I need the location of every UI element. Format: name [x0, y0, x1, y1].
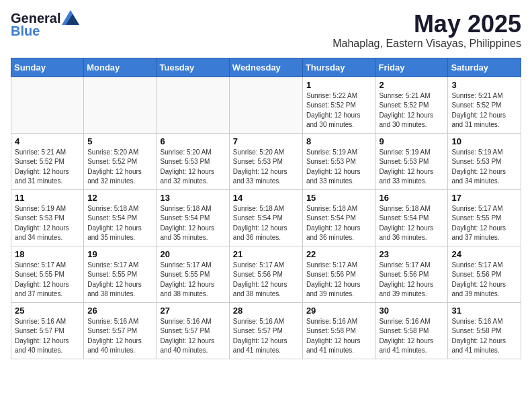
calendar-cell: 12Sunrise: 5:18 AM Sunset: 5:54 PM Dayli…	[84, 189, 157, 246]
day-number: 29	[306, 306, 372, 316]
weekday-header-thursday: Thursday	[302, 58, 375, 77]
day-info: Sunrise: 5:17 AM Sunset: 5:55 PM Dayligh…	[451, 204, 517, 243]
day-info: Sunrise: 5:16 AM Sunset: 5:57 PM Dayligh…	[160, 317, 225, 356]
logo: General Blue	[11, 11, 79, 39]
day-number: 27	[160, 306, 225, 316]
calendar-cell: 25Sunrise: 5:16 AM Sunset: 5:57 PM Dayli…	[11, 302, 84, 359]
day-number: 17	[451, 193, 517, 203]
day-info: Sunrise: 5:18 AM Sunset: 5:54 PM Dayligh…	[306, 204, 372, 243]
day-info: Sunrise: 5:20 AM Sunset: 5:53 PM Dayligh…	[233, 148, 299, 187]
logo-icon	[62, 10, 79, 25]
calendar-cell: 21Sunrise: 5:17 AM Sunset: 5:56 PM Dayli…	[229, 246, 302, 302]
calendar-cell: 19Sunrise: 5:17 AM Sunset: 5:55 PM Dayli…	[84, 246, 157, 302]
day-info: Sunrise: 5:17 AM Sunset: 5:55 PM Dayligh…	[160, 261, 225, 300]
day-info: Sunrise: 5:19 AM Sunset: 5:53 PM Dayligh…	[15, 204, 80, 243]
day-number: 31	[451, 306, 517, 316]
calendar-cell: 20Sunrise: 5:17 AM Sunset: 5:55 PM Dayli…	[157, 246, 229, 302]
calendar-cell: 15Sunrise: 5:18 AM Sunset: 5:54 PM Dayli…	[302, 189, 375, 246]
day-number: 11	[15, 193, 80, 203]
calendar-cell: 29Sunrise: 5:16 AM Sunset: 5:58 PM Dayli…	[302, 302, 375, 359]
day-number: 6	[160, 136, 225, 146]
day-info: Sunrise: 5:20 AM Sunset: 5:52 PM Dayligh…	[87, 148, 152, 187]
day-info: Sunrise: 5:20 AM Sunset: 5:53 PM Dayligh…	[160, 148, 225, 187]
day-number: 16	[379, 193, 444, 203]
day-number: 1	[306, 80, 372, 90]
calendar-cell	[229, 77, 302, 133]
day-info: Sunrise: 5:16 AM Sunset: 5:57 PM Dayligh…	[233, 317, 299, 356]
title-area: May 2025 Mahaplag, Eastern Visayas, Phil…	[332, 11, 521, 50]
day-number: 21	[233, 249, 299, 259]
logo-blue-text: Blue	[11, 24, 40, 39]
calendar-week-row: 18Sunrise: 5:17 AM Sunset: 5:55 PM Dayli…	[11, 246, 521, 302]
calendar-cell: 27Sunrise: 5:16 AM Sunset: 5:57 PM Dayli…	[157, 302, 229, 359]
calendar-cell: 24Sunrise: 5:17 AM Sunset: 5:56 PM Dayli…	[448, 246, 521, 302]
calendar-cell: 2Sunrise: 5:21 AM Sunset: 5:52 PM Daylig…	[375, 77, 448, 133]
calendar-cell: 18Sunrise: 5:17 AM Sunset: 5:55 PM Dayli…	[11, 246, 84, 302]
day-info: Sunrise: 5:18 AM Sunset: 5:54 PM Dayligh…	[233, 204, 299, 243]
day-number: 8	[306, 136, 372, 146]
calendar-cell: 9Sunrise: 5:19 AM Sunset: 5:53 PM Daylig…	[375, 133, 448, 189]
day-info: Sunrise: 5:17 AM Sunset: 5:56 PM Dayligh…	[306, 261, 372, 300]
day-info: Sunrise: 5:18 AM Sunset: 5:54 PM Dayligh…	[87, 204, 152, 243]
calendar-cell: 16Sunrise: 5:18 AM Sunset: 5:54 PM Dayli…	[375, 189, 448, 246]
page-header: General Blue May 2025 Mahaplag, Eastern …	[11, 11, 521, 50]
calendar-week-row: 25Sunrise: 5:16 AM Sunset: 5:57 PM Dayli…	[11, 302, 521, 359]
location-title: Mahaplag, Eastern Visayas, Philippines	[332, 38, 521, 50]
weekday-header-monday: Monday	[84, 58, 157, 77]
day-number: 9	[379, 136, 444, 146]
day-number: 13	[160, 193, 225, 203]
calendar-week-row: 4Sunrise: 5:21 AM Sunset: 5:52 PM Daylig…	[11, 133, 521, 189]
day-number: 3	[451, 80, 517, 90]
day-number: 10	[451, 136, 517, 146]
calendar-cell: 17Sunrise: 5:17 AM Sunset: 5:55 PM Dayli…	[448, 189, 521, 246]
day-number: 30	[379, 306, 444, 316]
calendar-cell: 14Sunrise: 5:18 AM Sunset: 5:54 PM Dayli…	[229, 189, 302, 246]
calendar-cell: 8Sunrise: 5:19 AM Sunset: 5:53 PM Daylig…	[302, 133, 375, 189]
day-number: 4	[15, 136, 80, 146]
day-number: 25	[15, 306, 80, 316]
day-number: 20	[160, 249, 225, 259]
day-info: Sunrise: 5:21 AM Sunset: 5:52 PM Dayligh…	[15, 148, 80, 187]
day-info: Sunrise: 5:17 AM Sunset: 5:55 PM Dayligh…	[15, 261, 80, 300]
day-info: Sunrise: 5:18 AM Sunset: 5:54 PM Dayligh…	[160, 204, 225, 243]
day-info: Sunrise: 5:21 AM Sunset: 5:52 PM Dayligh…	[451, 91, 517, 130]
day-info: Sunrise: 5:17 AM Sunset: 5:56 PM Dayligh…	[379, 261, 444, 300]
calendar-cell	[157, 77, 229, 133]
day-info: Sunrise: 5:16 AM Sunset: 5:57 PM Dayligh…	[15, 317, 80, 356]
day-number: 14	[233, 193, 299, 203]
calendar-cell: 23Sunrise: 5:17 AM Sunset: 5:56 PM Dayli…	[375, 246, 448, 302]
weekday-header-wednesday: Wednesday	[229, 58, 302, 77]
calendar-cell: 28Sunrise: 5:16 AM Sunset: 5:57 PM Dayli…	[229, 302, 302, 359]
calendar-table: SundayMondayTuesdayWednesdayThursdayFrid…	[11, 58, 521, 359]
day-info: Sunrise: 5:17 AM Sunset: 5:56 PM Dayligh…	[451, 261, 517, 300]
calendar-cell: 3Sunrise: 5:21 AM Sunset: 5:52 PM Daylig…	[448, 77, 521, 133]
day-info: Sunrise: 5:21 AM Sunset: 5:52 PM Dayligh…	[379, 91, 444, 130]
day-number: 7	[233, 136, 299, 146]
weekday-header-saturday: Saturday	[448, 58, 521, 77]
day-info: Sunrise: 5:19 AM Sunset: 5:53 PM Dayligh…	[379, 148, 444, 187]
weekday-header-tuesday: Tuesday	[157, 58, 229, 77]
calendar-cell: 6Sunrise: 5:20 AM Sunset: 5:53 PM Daylig…	[157, 133, 229, 189]
day-number: 12	[87, 193, 152, 203]
day-info: Sunrise: 5:16 AM Sunset: 5:58 PM Dayligh…	[379, 317, 444, 356]
calendar-cell: 5Sunrise: 5:20 AM Sunset: 5:52 PM Daylig…	[84, 133, 157, 189]
day-number: 5	[87, 136, 152, 146]
calendar-cell: 10Sunrise: 5:19 AM Sunset: 5:53 PM Dayli…	[448, 133, 521, 189]
calendar-cell: 31Sunrise: 5:16 AM Sunset: 5:58 PM Dayli…	[448, 302, 521, 359]
day-info: Sunrise: 5:17 AM Sunset: 5:55 PM Dayligh…	[87, 261, 152, 300]
day-number: 18	[15, 249, 80, 259]
day-number: 15	[306, 193, 372, 203]
day-number: 19	[87, 249, 152, 259]
calendar-week-row: 1Sunrise: 5:22 AM Sunset: 5:52 PM Daylig…	[11, 77, 521, 133]
calendar-cell: 26Sunrise: 5:16 AM Sunset: 5:57 PM Dayli…	[84, 302, 157, 359]
calendar-cell	[84, 77, 157, 133]
calendar-cell: 11Sunrise: 5:19 AM Sunset: 5:53 PM Dayli…	[11, 189, 84, 246]
day-info: Sunrise: 5:16 AM Sunset: 5:58 PM Dayligh…	[306, 317, 372, 356]
day-info: Sunrise: 5:16 AM Sunset: 5:57 PM Dayligh…	[87, 317, 152, 356]
day-info: Sunrise: 5:22 AM Sunset: 5:52 PM Dayligh…	[306, 91, 372, 130]
day-info: Sunrise: 5:19 AM Sunset: 5:53 PM Dayligh…	[451, 148, 517, 187]
weekday-header-row: SundayMondayTuesdayWednesdayThursdayFrid…	[11, 58, 521, 77]
day-info: Sunrise: 5:18 AM Sunset: 5:54 PM Dayligh…	[379, 204, 444, 243]
day-number: 2	[379, 80, 444, 90]
weekday-header-sunday: Sunday	[11, 58, 84, 77]
